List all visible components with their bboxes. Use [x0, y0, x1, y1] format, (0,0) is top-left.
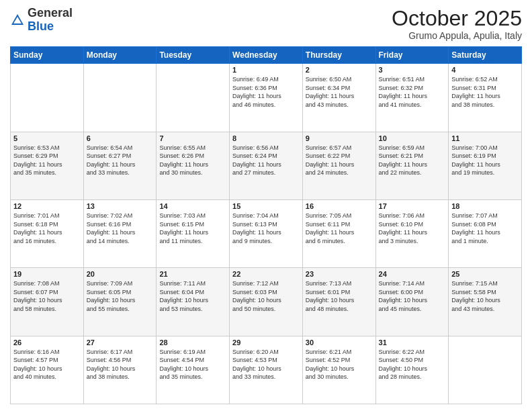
calendar-cell: 3Sunrise: 6:51 AM Sunset: 6:32 PM Daylig…: [375, 64, 449, 132]
day-info: Sunrise: 7:07 AM Sunset: 6:08 PM Dayligh…: [451, 212, 519, 245]
calendar-cell: 9Sunrise: 6:57 AM Sunset: 6:22 PM Daylig…: [302, 132, 375, 199]
day-info: Sunrise: 6:20 AM Sunset: 4:53 PM Dayligh…: [232, 348, 300, 381]
calendar-day-header: Sunday: [11, 47, 84, 64]
day-info: Sunrise: 7:02 AM Sunset: 6:16 PM Dayligh…: [87, 212, 154, 245]
calendar-day-header: Wednesday: [230, 47, 303, 64]
day-number: 9: [306, 134, 373, 142]
day-number: 14: [159, 202, 226, 210]
calendar-cell: [157, 64, 230, 132]
calendar-day-header: Friday: [375, 47, 449, 64]
calendar-cell: 29Sunrise: 6:20 AM Sunset: 4:53 PM Dayli…: [230, 336, 303, 404]
calendar-header-row: SundayMondayTuesdayWednesdayThursdayFrid…: [11, 47, 522, 64]
day-number: 23: [306, 270, 373, 278]
calendar-cell: 15Sunrise: 7:04 AM Sunset: 6:13 PM Dayli…: [230, 199, 303, 267]
calendar-cell: 6Sunrise: 6:54 AM Sunset: 6:27 PM Daylig…: [83, 132, 157, 199]
logo: General Blue: [10, 7, 73, 34]
calendar-cell: 21Sunrise: 7:11 AM Sunset: 6:04 PM Dayli…: [157, 268, 230, 336]
calendar-cell: 5Sunrise: 6:53 AM Sunset: 6:29 PM Daylig…: [11, 132, 84, 199]
day-info: Sunrise: 6:59 AM Sunset: 6:21 PM Dayligh…: [379, 144, 446, 177]
day-info: Sunrise: 6:22 AM Sunset: 4:50 PM Dayligh…: [379, 348, 446, 381]
calendar-cell: 16Sunrise: 7:05 AM Sunset: 6:11 PM Dayli…: [302, 199, 375, 267]
header: General Blue October 2025 Grumo Appula, …: [10, 7, 522, 41]
title-block: October 2025 Grumo Appula, Apulia, Italy: [392, 7, 522, 41]
day-number: 11: [451, 134, 519, 142]
day-number: 20: [87, 270, 154, 278]
calendar-cell: [11, 64, 84, 132]
calendar-cell: 17Sunrise: 7:06 AM Sunset: 6:10 PM Dayli…: [375, 199, 449, 267]
day-number: 25: [451, 270, 519, 278]
day-info: Sunrise: 6:50 AM Sunset: 6:34 PM Dayligh…: [306, 75, 373, 109]
calendar-cell: 10Sunrise: 6:59 AM Sunset: 6:21 PM Dayli…: [375, 132, 449, 199]
day-info: Sunrise: 7:06 AM Sunset: 6:10 PM Dayligh…: [379, 212, 446, 245]
calendar-cell: 14Sunrise: 7:03 AM Sunset: 6:15 PM Dayli…: [157, 199, 230, 267]
calendar-cell: 12Sunrise: 7:01 AM Sunset: 6:18 PM Dayli…: [11, 199, 84, 267]
day-number: 24: [379, 270, 446, 278]
calendar-cell: 19Sunrise: 7:08 AM Sunset: 6:07 PM Dayli…: [11, 268, 84, 336]
calendar-cell: 23Sunrise: 7:13 AM Sunset: 6:01 PM Dayli…: [302, 268, 375, 336]
calendar-day-header: Saturday: [449, 47, 522, 64]
day-number: 5: [13, 134, 81, 142]
logo-text: General Blue: [28, 7, 73, 34]
day-number: 29: [232, 338, 300, 347]
calendar-table: SundayMondayTuesdayWednesdayThursdayFrid…: [10, 46, 522, 404]
calendar-cell: 2Sunrise: 6:50 AM Sunset: 6:34 PM Daylig…: [302, 64, 375, 132]
day-number: 30: [306, 338, 373, 347]
calendar-cell: 18Sunrise: 7:07 AM Sunset: 6:08 PM Dayli…: [449, 199, 522, 267]
day-info: Sunrise: 6:19 AM Sunset: 4:54 PM Dayligh…: [159, 348, 226, 381]
day-info: Sunrise: 7:04 AM Sunset: 6:13 PM Dayligh…: [232, 212, 300, 245]
day-number: 22: [232, 270, 300, 278]
calendar-cell: 25Sunrise: 7:15 AM Sunset: 5:58 PM Dayli…: [449, 268, 522, 336]
calendar-cell: 8Sunrise: 6:56 AM Sunset: 6:24 PM Daylig…: [230, 132, 303, 199]
logo-blue: Blue: [28, 19, 54, 33]
day-number: 3: [379, 66, 446, 74]
day-info: Sunrise: 6:17 AM Sunset: 4:56 PM Dayligh…: [87, 348, 154, 381]
calendar-cell: 4Sunrise: 6:52 AM Sunset: 6:31 PM Daylig…: [449, 64, 522, 132]
day-number: 7: [159, 134, 226, 142]
day-info: Sunrise: 6:52 AM Sunset: 6:31 PM Dayligh…: [451, 75, 519, 109]
calendar-title: October 2025: [392, 7, 522, 30]
logo-general: General: [28, 6, 73, 19]
page: General Blue October 2025 Grumo Appula, …: [0, 0, 532, 411]
calendar-cell: 27Sunrise: 6:17 AM Sunset: 4:56 PM Dayli…: [83, 336, 157, 404]
calendar-cell: 22Sunrise: 7:12 AM Sunset: 6:03 PM Dayli…: [230, 268, 303, 336]
calendar-cell: 7Sunrise: 6:55 AM Sunset: 6:26 PM Daylig…: [157, 132, 230, 199]
calendar-cell: 1Sunrise: 6:49 AM Sunset: 6:36 PM Daylig…: [230, 64, 303, 132]
day-info: Sunrise: 7:14 AM Sunset: 6:00 PM Dayligh…: [379, 279, 446, 313]
calendar-cell: [83, 64, 157, 132]
calendar-cell: 31Sunrise: 6:22 AM Sunset: 4:50 PM Dayli…: [375, 336, 449, 404]
day-info: Sunrise: 6:57 AM Sunset: 6:22 PM Dayligh…: [306, 144, 373, 177]
calendar-week-row: 19Sunrise: 7:08 AM Sunset: 6:07 PM Dayli…: [11, 268, 522, 336]
day-info: Sunrise: 7:13 AM Sunset: 6:01 PM Dayligh…: [306, 279, 373, 313]
day-info: Sunrise: 6:16 AM Sunset: 4:57 PM Dayligh…: [13, 348, 81, 381]
day-info: Sunrise: 6:56 AM Sunset: 6:24 PM Dayligh…: [232, 144, 300, 177]
day-info: Sunrise: 6:55 AM Sunset: 6:26 PM Dayligh…: [159, 144, 226, 177]
day-info: Sunrise: 7:00 AM Sunset: 6:19 PM Dayligh…: [451, 144, 519, 177]
calendar-cell: 26Sunrise: 6:16 AM Sunset: 4:57 PM Dayli…: [11, 336, 84, 404]
calendar-week-row: 1Sunrise: 6:49 AM Sunset: 6:36 PM Daylig…: [11, 64, 522, 132]
day-number: 27: [87, 338, 154, 347]
day-info: Sunrise: 6:54 AM Sunset: 6:27 PM Dayligh…: [87, 144, 154, 177]
day-number: 10: [379, 134, 446, 142]
calendar-subtitle: Grumo Appula, Apulia, Italy: [392, 30, 522, 41]
calendar-day-header: Tuesday: [157, 47, 230, 64]
day-number: 2: [306, 66, 373, 74]
calendar-cell: 28Sunrise: 6:19 AM Sunset: 4:54 PM Dayli…: [157, 336, 230, 404]
calendar-cell: 13Sunrise: 7:02 AM Sunset: 6:16 PM Dayli…: [83, 199, 157, 267]
calendar-cell: 24Sunrise: 7:14 AM Sunset: 6:00 PM Dayli…: [375, 268, 449, 336]
calendar-cell: 30Sunrise: 6:21 AM Sunset: 4:52 PM Dayli…: [302, 336, 375, 404]
day-info: Sunrise: 6:53 AM Sunset: 6:29 PM Dayligh…: [13, 144, 81, 177]
day-number: 18: [451, 202, 519, 210]
day-number: 12: [13, 202, 81, 210]
calendar-week-row: 26Sunrise: 6:16 AM Sunset: 4:57 PM Dayli…: [11, 336, 522, 404]
day-number: 4: [451, 66, 519, 74]
day-number: 26: [13, 338, 81, 347]
day-number: 19: [13, 270, 81, 278]
day-number: 21: [159, 270, 226, 278]
day-info: Sunrise: 7:03 AM Sunset: 6:15 PM Dayligh…: [159, 212, 226, 245]
day-info: Sunrise: 6:51 AM Sunset: 6:32 PM Dayligh…: [379, 75, 446, 109]
day-number: 17: [379, 202, 446, 210]
calendar-cell: 11Sunrise: 7:00 AM Sunset: 6:19 PM Dayli…: [449, 132, 522, 199]
day-number: 31: [379, 338, 446, 347]
calendar-day-header: Thursday: [302, 47, 375, 64]
calendar-cell: 20Sunrise: 7:09 AM Sunset: 6:05 PM Dayli…: [83, 268, 157, 336]
